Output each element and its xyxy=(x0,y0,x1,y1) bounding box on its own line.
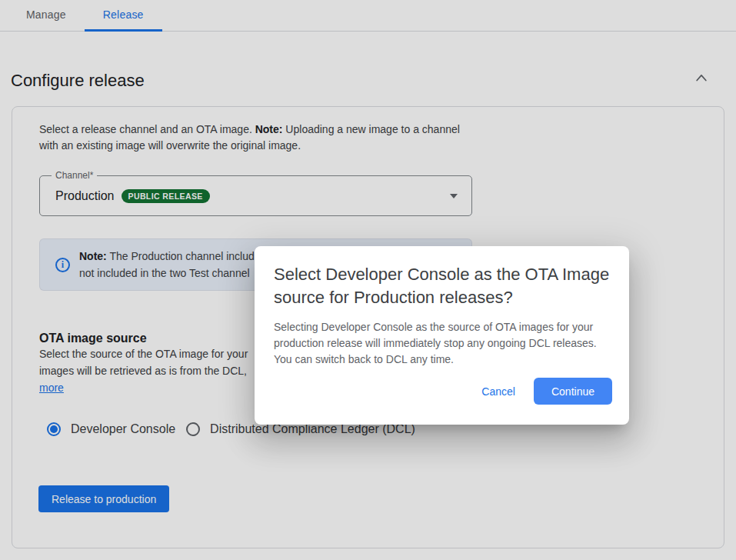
dialog-actions: Cancel Continue xyxy=(474,378,612,405)
cancel-button[interactable]: Cancel xyxy=(474,379,523,404)
continue-button[interactable]: Continue xyxy=(534,378,612,405)
dialog-body: Selecting Developer Console as the sourc… xyxy=(274,319,612,368)
confirm-dialog: Select Developer Console as the OTA Imag… xyxy=(255,246,629,425)
dialog-title: Select Developer Console as the OTA Imag… xyxy=(274,263,616,309)
